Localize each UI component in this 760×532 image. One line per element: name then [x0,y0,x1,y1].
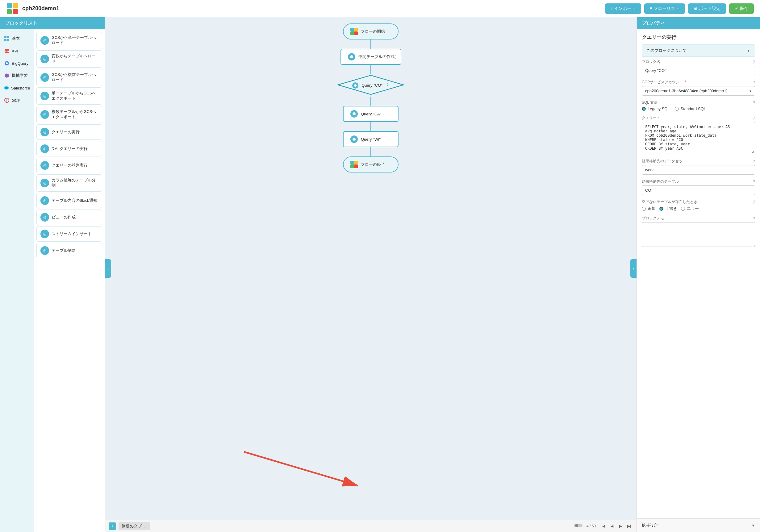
radio-standard-label: Standard SQL [681,107,706,111]
list-item[interactable]: ◎ 単一テーブルからGCSへエクスポート [36,87,102,105]
list-item[interactable]: ◎ ビューの作成 [36,209,102,225]
help-icon-sql[interactable]: ? [753,100,755,105]
gcp-service-select[interactable]: cpb200demo1-3ba6c48884ca (cpb200demo1) [642,86,755,96]
list-item[interactable]: ◎ GCSから単一テーブルへロード [36,32,102,49]
block-label: DMLクエリーの実行 [52,146,88,152]
page-next-button[interactable]: ▶ [617,522,624,530]
sidebar-item-bigquery[interactable]: BigQuery [0,57,34,69]
help-icon-overwrite[interactable]: ? [753,200,755,204]
list-item[interactable]: ◎ 変数からテーブルへロード [36,50,102,67]
svg-text:API: API [5,50,9,53]
memo-textarea[interactable] [642,222,755,247]
tab-item[interactable]: 無題のタブ ⋮ [119,522,150,530]
block-icon: ◎ [40,230,49,238]
list-item[interactable]: ◎ ストリームインサート [36,226,102,242]
query-textarea[interactable]: SELECT year, state, AVG(mother_age) AS a… [642,122,755,154]
block-icon: ◎ [40,145,49,153]
help-icon-dataset[interactable]: ? [753,159,755,164]
block-icon [350,110,358,118]
block-label: カラム値毎のテーブル分割 [52,178,98,188]
canvas-main[interactable]: ‹ › フローの開始 ⋮ [105,17,637,520]
radio-overwrite[interactable]: 上書き [659,206,677,211]
block-label: 複数テーブルからGCSへエクスポート [52,109,98,120]
radio-legacy-sql[interactable]: Legacy SQL [642,107,670,111]
block-label: ストリームインサート [52,232,92,237]
page-first-button[interactable]: |◀ [599,522,607,530]
list-item[interactable]: ◎ カラム値毎のテーブル分割 [36,174,102,192]
form-overwrite: 空でないテーブルが存在したとき ? 追加 上書き エラー [642,200,755,211]
radio-overwrite-label: 上書き [665,206,677,211]
node-label-queryCA: Query "CA" [361,112,381,116]
flow-container: フローの開始 ⋮ 中間テーブルの作成 ⋮ [337,23,405,172]
page-last-button[interactable]: ▶| [625,522,633,530]
sidebar-item-label-basic: 基本 [12,36,20,41]
help-icon-table[interactable]: ? [753,179,755,184]
list-item[interactable]: ◎ テーブル内容のSlack通知 [36,193,102,208]
node-start[interactable]: フローの開始 ⋮ [343,23,399,39]
svg-point-36 [575,524,578,527]
dataset-input[interactable] [642,165,755,175]
block-label: 変数からテーブルへロード [52,54,98,64]
node-menu-end[interactable]: ⋮ [391,162,396,167]
list-item[interactable]: ◎ 複数テーブルからGCSへエクスポート [36,106,102,123]
block-icon: ◎ [40,73,49,82]
tab-add-button[interactable]: + [109,522,116,530]
radio-legacy-input[interactable] [642,107,646,111]
accordion-about-label: このブロックについて [646,48,687,53]
list-item[interactable]: ◎ GCSから複数テーブルへロード [36,69,102,86]
sidebar-item-basic[interactable]: 基本 [0,32,34,45]
block-label: テーブル削除 [52,248,75,253]
node-end[interactable]: フローの終了 ⋮ [343,156,399,172]
svg-point-13 [4,86,9,89]
node-menu-queryCO[interactable]: ⋮ [385,82,390,88]
sidebar-item-salesforce[interactable]: Salesforce [0,82,34,94]
required-mark-query: * [657,116,660,120]
sidebar: ブロックリスト 基本 API API [0,17,105,532]
svg-point-28 [353,138,356,141]
radio-add-label: 追加 [648,206,656,211]
node-menu-mid[interactable]: ⋮ [393,54,398,60]
sidebar-item-label-gcp: GCP [12,98,21,103]
node-menu-queryCA[interactable]: ⋮ [391,111,396,117]
radio-add[interactable]: 追加 [642,206,656,211]
radio-overwrite-input[interactable] [659,207,663,211]
flowlist-button[interactable]: ≡ フローリスト [644,3,685,14]
save-button[interactable]: ✓ 保存 [729,3,754,14]
connector-line [370,122,371,131]
radio-error-input[interactable] [681,207,685,211]
page-prev-button[interactable]: ◀ [608,522,616,530]
help-icon-memo[interactable]: ? [753,216,755,221]
list-item[interactable]: ◎ テーブル削除 [36,243,102,258]
sidebar-item-ml[interactable]: 機械学習 [0,69,34,82]
svg-point-21 [350,55,353,58]
accordion-about: このブロックについて ▼ [642,44,755,57]
app-title: cpb200demo1 [22,5,59,12]
node-queryCA[interactable]: Query "CA" ⋮ [343,106,399,122]
radio-error[interactable]: エラー [681,206,699,211]
tab-dots[interactable]: ⋮ [143,524,147,528]
sql-syntax-label: SQL 文法 ? [642,100,755,105]
radio-add-input[interactable] [642,207,646,211]
list-item[interactable]: ◎ クエリーの並列実行 [36,158,102,173]
radio-standard-input[interactable] [675,107,679,111]
block-name-input[interactable] [642,66,755,75]
node-mid[interactable]: 中間テーブルの作成 ⋮ [341,49,401,65]
accordion-advanced[interactable]: 拡張設定 ▼ [637,519,760,532]
list-item[interactable]: ◎ クエリーの実行 [36,124,102,140]
node-queryWI[interactable]: Query "WI" ⋮ [343,131,399,147]
help-icon-block-name[interactable]: ? [753,60,755,65]
accordion-about-header[interactable]: このブロックについて ▼ [642,45,755,57]
node-menu-queryWI[interactable]: ⋮ [391,136,396,142]
help-icon-query[interactable]: ? [753,116,755,121]
node-menu-start[interactable]: ⋮ [391,29,396,34]
list-item[interactable]: ◎ DMLクエリーの実行 [36,141,102,156]
collapse-right-button[interactable]: › [630,259,637,278]
radio-standard-sql[interactable]: Standard SQL [675,107,706,111]
table-input[interactable] [642,186,755,195]
sidebar-item-api[interactable]: API API [0,45,34,57]
sidebar-item-gcp[interactable]: GCP [0,94,34,107]
import-button[interactable]: ↑ インポート [605,3,641,14]
help-icon-gcp[interactable]: ? [753,80,755,85]
collapse-left-button[interactable]: ‹ [105,259,111,278]
board-settings-button[interactable]: ⚙ ボード設定 [688,3,726,14]
